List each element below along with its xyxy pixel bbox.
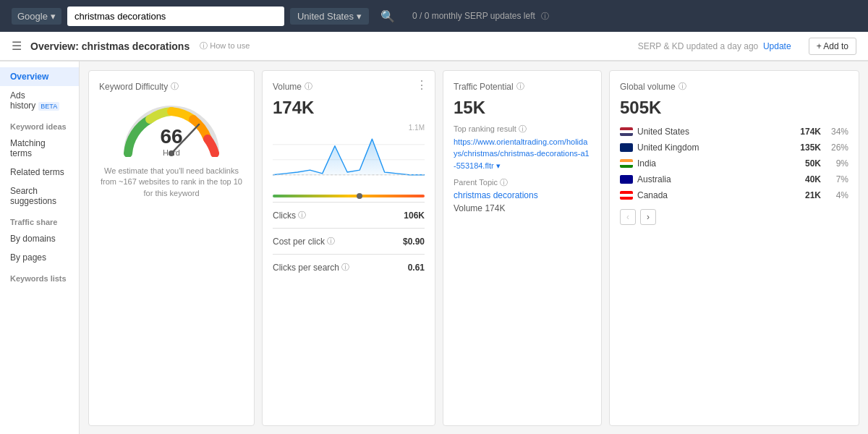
sidebar-item-ads-history[interactable]: Ads history bbox=[0, 86, 79, 115]
country-pct: 34% bbox=[828, 127, 848, 137]
country-flag bbox=[620, 159, 633, 168]
country-volume: 135K bbox=[800, 142, 821, 153]
volume-chart-svg bbox=[273, 124, 425, 189]
location-selector[interactable]: United States ▾ bbox=[290, 8, 369, 25]
search-button[interactable]: 🔍 bbox=[375, 7, 401, 26]
sidebar-item-overview[interactable]: Overview bbox=[0, 67, 79, 86]
country-flag bbox=[620, 191, 633, 200]
country-row: Australia 40K 7% bbox=[620, 171, 848, 187]
traffic-potential-card: Traffic Potential ⓘ 15K Top ranking resu… bbox=[443, 70, 602, 426]
cps-row: Clicks per search ⓘ 0.61 bbox=[273, 259, 425, 276]
location-label: United States bbox=[297, 11, 354, 22]
cpc-info-icon[interactable]: ⓘ bbox=[327, 236, 335, 247]
cps-value: 0.61 bbox=[408, 263, 425, 273]
country-pct: 26% bbox=[828, 142, 848, 153]
volume-card: Volume ⓘ 174K ⋮ 1.1M bbox=[262, 70, 435, 426]
color-bar-indicator bbox=[357, 193, 362, 199]
country-row: Canada 21K 4% bbox=[620, 187, 848, 203]
country-name: Australia bbox=[637, 174, 801, 184]
color-bar bbox=[273, 195, 425, 197]
global-info-icon[interactable]: ⓘ bbox=[678, 81, 686, 92]
chevron-down-icon: ▾ bbox=[357, 11, 362, 22]
top-ranking-label: Top ranking result ⓘ bbox=[454, 124, 591, 135]
top-ranking-info-icon[interactable]: ⓘ bbox=[519, 124, 527, 133]
top-result-url[interactable]: https://www.orientaltrading.com/holidays… bbox=[454, 137, 590, 170]
country-row: India 50K 9% bbox=[620, 156, 848, 171]
country-row: United States 174K 34% bbox=[620, 124, 848, 140]
nav-arrows: ‹ › bbox=[620, 209, 848, 225]
countries-list: United States 174K 34% United Kingdom 13… bbox=[620, 124, 848, 203]
volume-menu-icon[interactable]: ⋮ bbox=[416, 78, 427, 92]
country-pct: 4% bbox=[828, 190, 848, 200]
country-name: United States bbox=[637, 127, 796, 137]
gauge-number: 66 bbox=[160, 127, 182, 147]
sidebar-item-related-terms[interactable]: Related terms bbox=[0, 163, 79, 182]
gauge-container: 66 Hard bbox=[121, 99, 222, 157]
volume-value: 174K bbox=[273, 98, 425, 118]
parent-topic-label: Parent Topic ⓘ bbox=[454, 177, 591, 188]
global-label: Global volume ⓘ bbox=[620, 81, 848, 92]
sidebar-item-search-suggestions[interactable]: Search suggestions bbox=[0, 182, 79, 210]
keyword-difficulty-card: Keyword Difficulty ⓘ bbox=[88, 70, 255, 426]
sidebar-section-keywords-lists: Keywords lists bbox=[0, 267, 79, 286]
add-to-button[interactable]: + Add to bbox=[809, 38, 856, 55]
engine-label: Google bbox=[17, 11, 48, 22]
sidebar-item-matching-terms[interactable]: Matching terms bbox=[0, 134, 79, 163]
update-link[interactable]: Update bbox=[763, 41, 791, 51]
serp-status: SERP & KD updated a day ago Update bbox=[638, 41, 791, 51]
search-input[interactable] bbox=[67, 7, 284, 26]
cpc-row: Cost per click ⓘ $0.90 bbox=[273, 233, 425, 250]
country-volume: 21K bbox=[805, 190, 821, 200]
cpc-value: $0.90 bbox=[403, 237, 425, 247]
country-flag bbox=[620, 143, 633, 152]
next-arrow[interactable]: › bbox=[640, 209, 656, 225]
filter-icon[interactable]: ▾ bbox=[496, 161, 501, 170]
country-pct: 9% bbox=[828, 158, 848, 169]
volume-label: Volume ⓘ bbox=[273, 81, 425, 92]
cps-info-icon[interactable]: ⓘ bbox=[341, 262, 349, 273]
clicks-info-icon[interactable]: ⓘ bbox=[298, 210, 306, 221]
prev-arrow[interactable]: ‹ bbox=[620, 209, 636, 225]
gauge-value: 66 Hard bbox=[160, 127, 182, 157]
sidebar-item-by-pages[interactable]: By pages bbox=[0, 248, 79, 267]
menu-icon[interactable]: ☰ bbox=[12, 39, 22, 53]
sidebar-section-traffic-share: Traffic share bbox=[0, 210, 79, 229]
volume-info-icon[interactable]: ⓘ bbox=[305, 81, 312, 92]
country-pct: 7% bbox=[828, 174, 848, 184]
traffic-info-icon[interactable]: ⓘ bbox=[516, 81, 524, 92]
sidebar-item-by-domains[interactable]: By domains bbox=[0, 229, 79, 248]
sidebar: Overview Ads history Keyword ideas Match… bbox=[0, 61, 80, 434]
country-flag bbox=[620, 127, 633, 136]
country-name: India bbox=[637, 158, 801, 169]
kd-label: Keyword Difficulty ⓘ bbox=[99, 81, 244, 92]
global-volume-card: Global volume ⓘ 505K United States 174K … bbox=[609, 70, 859, 426]
kd-note: We estimate that you'll need backlinks f… bbox=[99, 166, 244, 199]
gauge-wrap: 66 Hard bbox=[99, 99, 244, 157]
chart-max-label: 1.1M bbox=[409, 124, 425, 132]
page-title: Overview: christmas decorations bbox=[30, 41, 190, 52]
sidebar-section-keyword-ideas: Keyword ideas bbox=[0, 115, 79, 134]
parent-topic-info-icon[interactable]: ⓘ bbox=[500, 178, 508, 187]
clicks-row: Clicks ⓘ 106K bbox=[273, 207, 425, 224]
volume-chart: 1.1M bbox=[273, 124, 425, 189]
content-area: Keyword Difficulty ⓘ bbox=[80, 61, 868, 434]
how-to-use[interactable]: ⓘ How to use bbox=[200, 41, 250, 51]
parent-topic-link[interactable]: christmas decorations bbox=[454, 190, 538, 200]
serp-info: 0 / 0 monthly SERP updates left bbox=[412, 11, 535, 21]
country-volume: 174K bbox=[800, 127, 821, 137]
kd-info-icon[interactable]: ⓘ bbox=[171, 81, 179, 92]
clicks-value: 106K bbox=[404, 210, 425, 221]
engine-selector[interactable]: Google ▾ bbox=[12, 8, 61, 25]
traffic-value: 15K bbox=[454, 98, 591, 118]
main-layout: Overview Ads history Keyword ideas Match… bbox=[0, 61, 868, 434]
country-flag bbox=[620, 175, 633, 184]
sub-header: ☰ Overview: christmas decorations ⓘ How … bbox=[0, 32, 868, 61]
country-volume: 40K bbox=[805, 174, 821, 184]
country-row: United Kingdom 135K 26% bbox=[620, 140, 848, 156]
search-icon: 🔍 bbox=[380, 10, 395, 22]
country-volume: 50K bbox=[805, 158, 821, 169]
traffic-volume-small: Volume 174K bbox=[454, 203, 591, 213]
global-value: 505K bbox=[620, 98, 848, 118]
serp-info-icon: ⓘ bbox=[541, 11, 549, 22]
country-name: Canada bbox=[637, 190, 801, 200]
